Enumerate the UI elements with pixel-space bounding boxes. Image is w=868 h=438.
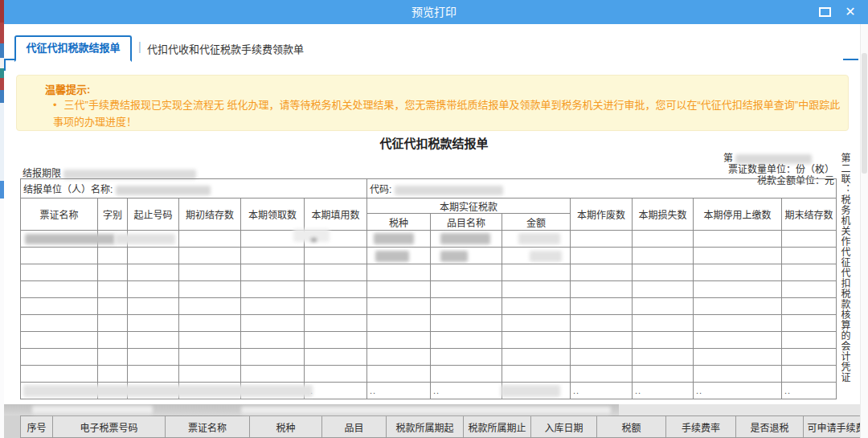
maximize-button[interactable] bbox=[817, 4, 833, 20]
form-table-cell bbox=[782, 366, 837, 383]
col-header-opening-balance: 期初结存数 bbox=[179, 199, 241, 231]
form-table-cell bbox=[782, 315, 837, 332]
tab-underline-left-v bbox=[4, 59, 6, 71]
form-table-cell bbox=[694, 298, 782, 315]
form-table-cell bbox=[782, 264, 837, 281]
notice-text: 三代”手续费结报现已实现全流程无 纸化办理，请等待税务机关处理结果，您无需携带纸… bbox=[53, 99, 840, 128]
form-table-cell bbox=[128, 281, 179, 298]
period-label: 结报期限 bbox=[23, 166, 196, 179]
detail-table-wrap: 序号 电子税票号码 票证名称 税种 品目 税款所属期起 税款所属期止 入库日期 … bbox=[0, 415, 868, 438]
form-table-cell bbox=[305, 315, 367, 332]
form-table-cell bbox=[431, 332, 502, 349]
detail-table: 序号 电子税票号码 票证名称 税种 品目 税款所属期起 税款所属期止 入库日期 … bbox=[20, 415, 868, 438]
redacted-value bbox=[32, 406, 153, 414]
col-header-etax-number: 电子税票号码 bbox=[53, 416, 166, 438]
col-header-voided: 本期作废数 bbox=[571, 199, 633, 231]
form-table-cell bbox=[633, 366, 694, 383]
detail-header-row: 序号 电子税票号码 票证名称 税种 品目 税款所属期起 税款所属期止 入库日期 … bbox=[21, 416, 868, 438]
col-header-storage-date: 入库日期 bbox=[531, 416, 597, 438]
entity-label: 结报单位（人）名称: bbox=[23, 184, 113, 195]
col-header-suspended: 本期停用上缴数 bbox=[694, 199, 782, 231]
form-title: 代征代扣税款结报单 bbox=[0, 134, 868, 151]
tab-underline-right bbox=[843, 59, 858, 60]
form-table-cell bbox=[21, 315, 98, 332]
form-table-cell bbox=[694, 248, 782, 264]
form-table-cell bbox=[21, 298, 98, 315]
col-header-applicable-fee: 可申请手续费 bbox=[804, 416, 868, 438]
form-table-cell bbox=[305, 281, 367, 298]
form-table-cell bbox=[633, 264, 694, 281]
form-table-cell bbox=[179, 315, 241, 332]
form-table-cell bbox=[431, 349, 502, 366]
redacted-value bbox=[25, 234, 115, 244]
form-table-cell bbox=[633, 281, 694, 298]
form-table-cell bbox=[98, 298, 128, 315]
redacted-value bbox=[395, 186, 503, 195]
col-header-closing-balance: 期末结存数 bbox=[782, 199, 837, 231]
col-header-collected-group: 本期实征税款 bbox=[367, 199, 571, 214]
form-table-cell bbox=[502, 298, 571, 315]
col-header-tax-type-2: 税种 bbox=[250, 416, 322, 438]
dialog-title: 预览打印 bbox=[0, 0, 868, 24]
close-button[interactable]: ✕ bbox=[842, 4, 858, 20]
form-table-cell bbox=[571, 281, 633, 298]
form-table-cell bbox=[305, 248, 367, 264]
form-table-cell bbox=[431, 264, 502, 281]
form-table-cell bbox=[782, 298, 837, 315]
form-table-cell bbox=[571, 298, 633, 315]
form-table-cell bbox=[128, 332, 179, 349]
form-table-cell bbox=[633, 231, 694, 248]
form-table-row bbox=[21, 315, 837, 332]
form-table-cell bbox=[98, 349, 128, 366]
code-label: 代码: bbox=[370, 184, 391, 195]
col-header-item-name: 品目名称 bbox=[431, 214, 502, 231]
form-table-cell: .. bbox=[633, 383, 694, 399]
form-table-cell bbox=[21, 281, 98, 298]
form-table-cell bbox=[241, 264, 305, 281]
form-table-cell bbox=[431, 315, 502, 332]
redacted-value bbox=[440, 251, 468, 262]
tab-settlement-report[interactable]: 代征代扣税款结报单 bbox=[14, 35, 132, 62]
redacted-value bbox=[311, 238, 317, 242]
form-table-cell bbox=[98, 332, 128, 349]
form-table-cell bbox=[571, 315, 633, 332]
form-table-row bbox=[21, 298, 837, 315]
redacted-value bbox=[374, 233, 414, 244]
form-table-cell bbox=[128, 315, 179, 332]
tab-separator: | bbox=[138, 40, 141, 53]
form-table-cell bbox=[179, 264, 241, 281]
redacted-value bbox=[501, 385, 560, 397]
scrollbar-thumb[interactable] bbox=[862, 53, 867, 174]
form-table-cell bbox=[98, 315, 128, 332]
form-table-cell bbox=[21, 349, 98, 366]
form-table-cell bbox=[694, 231, 782, 248]
form-table-cell bbox=[633, 332, 694, 349]
col-header-received: 本期领取数 bbox=[241, 199, 305, 231]
form-table-cell bbox=[367, 366, 431, 383]
page-bottom-shadow-right bbox=[619, 404, 868, 415]
form-table-cell bbox=[241, 298, 305, 315]
tab-fee-receipt[interactable]: 代扣代收和代征税款手续费领款单 bbox=[147, 41, 304, 56]
col-header-seq: 序号 bbox=[21, 416, 53, 438]
form-table-cell bbox=[128, 349, 179, 366]
entity-row: 结报单位（人）名称: 代码: bbox=[21, 179, 837, 199]
form-table-cell bbox=[21, 332, 98, 349]
form-table-row bbox=[21, 264, 837, 281]
form-table-cell bbox=[128, 366, 179, 383]
settlement-table-wrap: 结报单位（人）名称: 代码: 票证名称 字别 起止号码 期初结存数 本期领取数 … bbox=[20, 178, 836, 399]
form-table-cell bbox=[179, 231, 241, 248]
vertical-scrollbar[interactable] bbox=[860, 24, 868, 438]
form-table-cell bbox=[633, 315, 694, 332]
form-table-cell bbox=[367, 281, 431, 298]
form-table-cell bbox=[694, 281, 782, 298]
form-table-cell bbox=[98, 264, 128, 281]
form-table-cell bbox=[694, 264, 782, 281]
form-table-cell bbox=[305, 349, 367, 366]
dialog-titlebar: 预览打印 bbox=[0, 0, 868, 24]
col-header-ticket-name: 票证名称 bbox=[21, 199, 98, 231]
form-table-cell bbox=[21, 264, 98, 281]
notice-box: 温馨提示: •三代”手续费结报现已实现全流程无 纸化办理，请等待税务机关处理结果… bbox=[16, 75, 849, 131]
form-table-cell bbox=[241, 315, 305, 332]
form-table-cell bbox=[98, 248, 128, 264]
form-table-cell bbox=[241, 349, 305, 366]
